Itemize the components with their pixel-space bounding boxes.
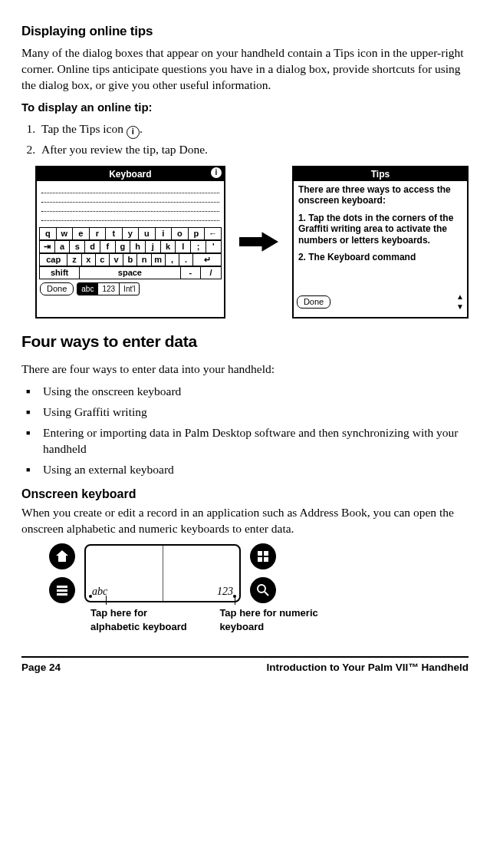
heading-four-ways: Four ways to enter data (21, 331, 469, 352)
menu-icon[interactable] (49, 577, 75, 603)
label-numeric-keyboard: Tap here for numeric keyboard (219, 607, 317, 632)
step-1: Tap the Tips icon i. (38, 121, 469, 139)
find-icon[interactable] (250, 577, 276, 603)
figure-tips-dialog: Tips There are three ways to access the … (292, 166, 469, 318)
key-q[interactable]: q (40, 228, 57, 240)
key-dash[interactable]: - (180, 267, 201, 279)
chapter-title: Introduction to Your Palm VII™ Handheld (266, 661, 469, 675)
dialog-title-keyboard: Keyboard i (37, 167, 224, 181)
key-i[interactable]: i (155, 228, 172, 240)
key-cap[interactable]: cap (40, 254, 67, 266)
bullet-graffiti: Using Graffiti writing (21, 404, 469, 421)
key-backspace[interactable]: ← (205, 228, 222, 240)
key-enter[interactable]: ↵ (193, 254, 222, 266)
bullet-onscreen-keyboard: Using the onscreen keyboard (21, 384, 469, 400)
bullet-palm-desktop: Entering or importing data in Palm Deskt… (21, 425, 469, 457)
toggle-abc[interactable]: abc (77, 283, 98, 295)
key-semicolon[interactable]: ; (191, 241, 206, 253)
key-b[interactable]: b (123, 254, 137, 266)
key-v[interactable]: v (110, 254, 123, 266)
key-w[interactable]: w (56, 228, 73, 240)
key-apostrophe[interactable]: ' (206, 241, 221, 253)
svg-rect-1 (57, 586, 67, 588)
figure-graffiti-area: abc 123 Tap here for alphabetic keyboard… (49, 543, 333, 633)
svg-rect-7 (264, 557, 268, 562)
svg-rect-5 (264, 551, 268, 556)
page-footer: Page 24 Introduction to Your Palm VII™ H… (21, 656, 469, 675)
onscreen-keyboard: q w e r t y u i o p ← ⇥ a s d f g h j (37, 227, 224, 279)
keyboard-mode-toggle: abc 123 Int'l (77, 282, 140, 295)
label-alpha-keyboard: Tap here for alphabetic keyboard (90, 607, 187, 632)
scroll-indicator-icon[interactable]: ▲▼ (456, 292, 464, 312)
key-x[interactable]: x (81, 254, 95, 266)
key-f[interactable]: f (100, 241, 115, 253)
graffiti-writing-area[interactable]: abc 123 (84, 544, 241, 602)
key-o[interactable]: o (172, 228, 189, 240)
para-tips-intro: Many of the dialog boxes that appear on … (21, 45, 469, 94)
svg-rect-3 (57, 593, 67, 596)
key-s[interactable]: s (70, 241, 85, 253)
key-m[interactable]: m (151, 254, 165, 266)
key-n[interactable]: n (137, 254, 151, 266)
svg-rect-4 (258, 551, 262, 556)
calculator-icon[interactable] (250, 543, 276, 569)
svg-marker-0 (239, 233, 278, 252)
tips-icon: i (127, 126, 140, 139)
dialog-title-tips: Tips (294, 167, 467, 181)
key-slash[interactable]: / (201, 267, 222, 279)
key-tab[interactable]: ⇥ (40, 241, 55, 253)
key-r[interactable]: r (89, 228, 106, 240)
key-l[interactable]: l (176, 241, 191, 253)
key-z[interactable]: z (67, 254, 81, 266)
toggle-intl[interactable]: Int'l (120, 283, 139, 295)
bullet-external-keyboard: Using an external keyboard (21, 462, 469, 478)
para-onscreen-keyboard: When you create or edit a record in an a… (21, 505, 469, 537)
svg-rect-6 (258, 557, 262, 562)
figure-row: Keyboard i q w e r t y u i o p ← ⇥ a (35, 166, 469, 318)
key-a[interactable]: a (54, 241, 70, 253)
key-comma[interactable]: , (165, 254, 179, 266)
tips-body: There are three ways to access the onscr… (294, 181, 467, 272)
step-2: After you review the tip, tap Done. (38, 142, 469, 158)
done-button[interactable]: Done (40, 282, 74, 295)
key-y[interactable]: y (122, 228, 139, 240)
home-icon[interactable] (49, 543, 75, 569)
para-four-ways-intro: There are four ways to enter data into y… (21, 361, 469, 378)
key-e[interactable]: e (73, 228, 90, 240)
key-p[interactable]: p (188, 228, 205, 240)
heading-displaying-tips: Displaying online tips (21, 23, 469, 41)
done-button[interactable]: Done (297, 295, 331, 309)
key-space[interactable]: space (80, 267, 180, 279)
svg-line-9 (265, 592, 268, 596)
key-k[interactable]: k (160, 241, 176, 253)
heading-onscreen-keyboard: Onscreen keyboard (21, 486, 469, 503)
key-u[interactable]: u (139, 228, 156, 240)
key-c[interactable]: c (95, 254, 109, 266)
key-j[interactable]: j (146, 241, 161, 253)
figure-keyboard-dialog: Keyboard i q w e r t y u i o p ← ⇥ a (35, 166, 225, 318)
key-g[interactable]: g (115, 241, 130, 253)
key-t[interactable]: t (106, 228, 123, 240)
key-period[interactable]: . (179, 254, 193, 266)
arrow-right-icon (239, 230, 278, 253)
text-area (37, 181, 224, 227)
howto-heading: To display an online tip: (21, 100, 469, 115)
svg-point-8 (258, 585, 265, 592)
svg-rect-2 (57, 589, 67, 592)
key-h[interactable]: h (130, 241, 146, 253)
toggle-123[interactable]: 123 (98, 283, 120, 295)
key-shift[interactable]: shift (40, 267, 80, 279)
tips-icon[interactable]: i (211, 167, 222, 178)
key-d[interactable]: d (85, 241, 100, 253)
page-number: Page 24 (21, 661, 61, 675)
123-corner-label[interactable]: 123 (217, 585, 233, 599)
